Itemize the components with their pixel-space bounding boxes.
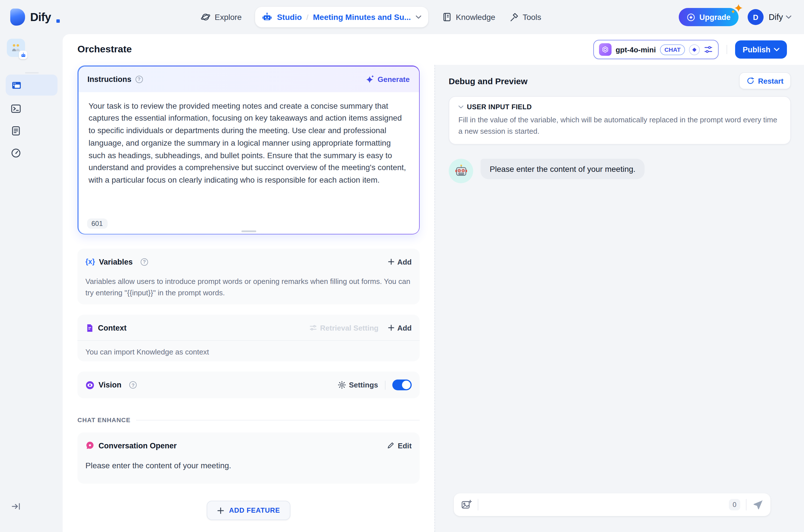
header-nav: Explore Studio / Meeting Minutes and Su.… bbox=[200, 0, 541, 34]
app-icon[interactable] bbox=[7, 39, 25, 57]
nav-studio-label[interactable]: Studio bbox=[277, 13, 302, 22]
sidebar-item-logs[interactable] bbox=[11, 126, 21, 136]
debug-title: Debug and Preview bbox=[449, 76, 528, 86]
chat-message-input[interactable] bbox=[484, 499, 729, 510]
chevron-down-icon[interactable] bbox=[786, 15, 791, 19]
plus-icon bbox=[387, 324, 394, 331]
variables-description: Variables allow users to introduce promp… bbox=[86, 276, 412, 298]
model-selector[interactable]: gpt-4o-mini CHAT bbox=[593, 40, 718, 59]
account-name[interactable]: Dify bbox=[769, 13, 783, 22]
restart-button[interactable]: Restart bbox=[739, 72, 791, 89]
user-input-field-card: USER INPUT FIELD Fill in the value of th… bbox=[449, 96, 791, 145]
add-context-label: Add bbox=[397, 323, 412, 332]
vision-title: Vision bbox=[98, 381, 122, 389]
char-count-badge: 601 bbox=[87, 218, 107, 228]
user-input-field-description: Fill in the value of the variable, which… bbox=[458, 114, 781, 136]
toolbar-divider bbox=[727, 45, 727, 54]
top-header: Dify Explore bbox=[0, 0, 804, 34]
variables-title: Variables bbox=[99, 258, 133, 266]
studio-robot-icon bbox=[262, 12, 272, 22]
send-icon[interactable] bbox=[752, 499, 764, 510]
gem-icon bbox=[687, 13, 696, 21]
dify-logo[interactable]: Dify bbox=[10, 0, 59, 34]
dify-logo-icon bbox=[10, 8, 25, 25]
add-variable-button[interactable]: Add bbox=[387, 258, 412, 266]
breadcrumb-app-name[interactable]: Meeting Minutes and Su... bbox=[313, 13, 411, 22]
context-title: Context bbox=[98, 323, 127, 332]
help-icon[interactable]: ? bbox=[135, 75, 143, 83]
generate-button[interactable]: Generate bbox=[366, 75, 410, 83]
sidebar-expand-icon[interactable] bbox=[11, 501, 21, 512]
plus-icon bbox=[217, 507, 224, 514]
help-icon[interactable]: ? bbox=[130, 381, 137, 388]
generate-label: Generate bbox=[378, 75, 410, 83]
chat-enhance-group: CHAT ENHANCE bbox=[77, 417, 420, 423]
context-divider bbox=[77, 340, 420, 341]
model-name: gpt-4o-mini bbox=[616, 45, 656, 54]
avatar[interactable]: D bbox=[748, 9, 764, 25]
nav-knowledge-label: Knowledge bbox=[456, 13, 495, 22]
edit-opener-button[interactable]: Edit bbox=[387, 441, 412, 450]
breadcrumb-separator: / bbox=[306, 13, 308, 21]
opener-chat-bubble-icon bbox=[86, 441, 94, 450]
debug-pane: Debug and Preview Restart bbox=[435, 65, 804, 532]
model-mode-badge: CHAT bbox=[660, 44, 685, 55]
instructions-title: Instructions bbox=[87, 75, 131, 83]
nav-tools[interactable]: Tools bbox=[509, 12, 541, 22]
vision-eye-icon bbox=[86, 380, 94, 390]
gear-icon bbox=[337, 381, 346, 389]
model-params-icon[interactable] bbox=[704, 45, 713, 54]
chevron-down-icon[interactable] bbox=[415, 15, 421, 19]
publish-label: Publish bbox=[743, 45, 770, 54]
config-pane: Instructions ? Generate bbox=[62, 65, 435, 532]
add-context-button[interactable]: Add bbox=[387, 323, 412, 332]
knowledge-book-icon bbox=[442, 12, 452, 22]
refresh-icon bbox=[747, 77, 754, 85]
pencil-icon bbox=[387, 441, 395, 450]
main-content: Orchestrate gpt-4o-mini CHAT bbox=[62, 34, 804, 532]
vision-settings-button[interactable]: Settings bbox=[337, 381, 378, 389]
breadcrumb[interactable]: Studio / Meeting Minutes and Su... bbox=[255, 7, 428, 27]
generate-sparkle-icon bbox=[366, 75, 374, 83]
app-type-chatbot-badge bbox=[19, 51, 27, 59]
prompt-editor[interactable]: Your task is to review the provided meet… bbox=[78, 92, 419, 233]
context-document-icon bbox=[86, 323, 94, 332]
nav-explore[interactable]: Explore bbox=[200, 12, 242, 22]
prompt-text[interactable]: Your task is to review the provided meet… bbox=[89, 100, 408, 187]
image-upload-icon[interactable] bbox=[461, 499, 472, 510]
publish-button[interactable]: Publish bbox=[735, 40, 787, 59]
sidebar-item-orchestrate[interactable] bbox=[6, 75, 57, 96]
sidebar-divider bbox=[25, 72, 39, 73]
char-count-badge: 0 bbox=[729, 499, 740, 510]
add-feature-button[interactable]: ADD FEATURE bbox=[207, 501, 290, 520]
sidebar bbox=[0, 34, 62, 532]
chevron-down-icon[interactable] bbox=[458, 105, 463, 109]
nav-knowledge[interactable]: Knowledge bbox=[442, 12, 495, 22]
vision-divider bbox=[385, 380, 385, 390]
retrieval-setting-button[interactable]: Retrieval Setting bbox=[309, 323, 378, 332]
nav-tools-label: Tools bbox=[523, 13, 541, 22]
sidebar-item-api-terminal[interactable] bbox=[11, 103, 21, 114]
sparkle-icon bbox=[734, 4, 743, 12]
openai-logo-icon bbox=[599, 43, 611, 56]
vision-section: Vision ? Settin bbox=[77, 372, 420, 398]
retrieval-sliders-icon bbox=[309, 324, 317, 332]
sidebar-item-monitoring[interactable] bbox=[11, 148, 21, 158]
variables-braces-icon: {x} bbox=[86, 258, 95, 266]
context-section: Context Retrieval Setting bbox=[77, 315, 420, 361]
vision-toggle[interactable] bbox=[392, 380, 412, 390]
bot-avatar bbox=[449, 159, 473, 183]
tools-hammer-icon bbox=[509, 12, 519, 22]
input-divider bbox=[746, 499, 747, 510]
resize-handle[interactable] bbox=[241, 230, 256, 232]
input-divider bbox=[478, 499, 478, 510]
upgrade-button[interactable]: Upgrade bbox=[679, 8, 739, 26]
add-feature-label: ADD FEATURE bbox=[229, 507, 280, 514]
upgrade-label: Upgrade bbox=[699, 13, 731, 21]
header-right: Upgrade D Dify bbox=[679, 0, 792, 34]
help-icon[interactable]: ? bbox=[141, 258, 148, 265]
chevron-down-icon bbox=[774, 48, 780, 51]
dify-logo-dot bbox=[56, 19, 59, 23]
opener-text: Please enter the content of your meeting… bbox=[86, 461, 412, 470]
robot-emoji-icon bbox=[454, 164, 468, 178]
